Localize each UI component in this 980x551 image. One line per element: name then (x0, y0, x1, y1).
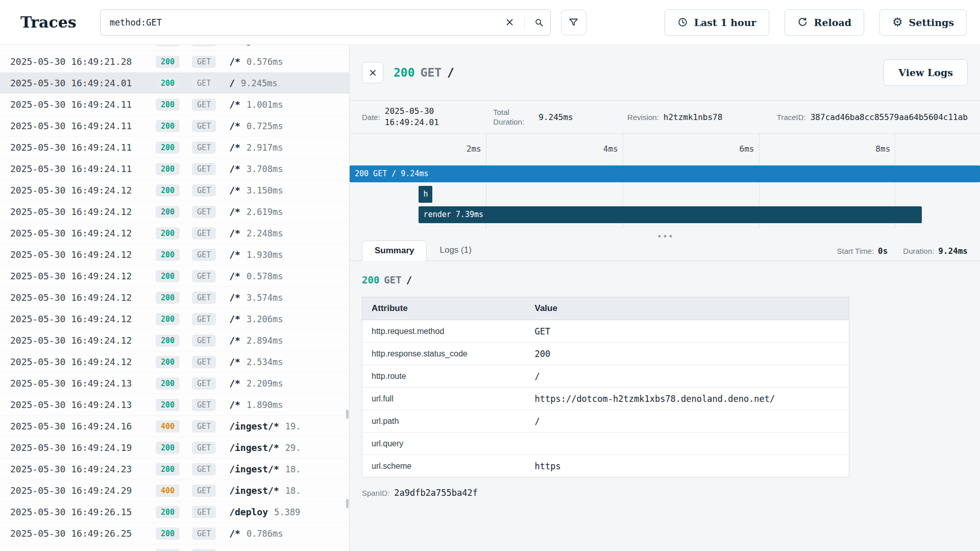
trace-path: /ingest/* (229, 45, 279, 45)
trace-row[interactable]: 2025-05-30 16:49:24.12 200 GET /* 0.578m… (0, 266, 349, 287)
trace-timestamp: 2025-05-30 16:49:26.15 (10, 507, 156, 517)
trace-row[interactable]: 2025-05-30 16:49:24.12 200 GET /* 2.534m… (0, 351, 349, 373)
trace-row[interactable]: 2025-05-30 16:49:24.11 200 GET /* 0.725m… (0, 115, 349, 137)
attribute-name: url.path (362, 410, 526, 433)
timeline-resize-handle[interactable] (658, 235, 672, 237)
status-badge: 400 (156, 420, 180, 433)
reload-label: Reload (814, 17, 851, 28)
trace-duration: 1.930ms (247, 250, 283, 260)
trace-row[interactable]: 2025-05-30 16:49:24.29 400 GET /ingest/*… (0, 480, 349, 501)
timeline-tick-label: 4ms (603, 144, 623, 154)
table-row: url.schemehttps (362, 455, 849, 477)
span-id-line: SpanID: 2a9dfb2a755ba42f (362, 488, 968, 498)
status-badge: 200 (156, 99, 180, 111)
table-row: http.response.status_code200 (362, 343, 849, 365)
trace-row[interactable]: 2025-05-30 16:49:26.15 200 GET /deploy 5… (0, 501, 349, 523)
start-time-label: Start Time: (837, 247, 874, 255)
search-button[interactable] (528, 11, 550, 34)
attribute-name: http.route (362, 365, 526, 388)
timeline-span-label: render 7.39ms (419, 206, 922, 223)
timeline-span-bar[interactable]: 200 GET / 9.24ms (350, 165, 980, 182)
tab-summary[interactable]: Summary (362, 241, 427, 261)
meta-date-value: 2025-05-30 16:49:24.01 (385, 106, 439, 128)
search-input[interactable] (101, 10, 499, 35)
trace-row[interactable]: 2025-05-30 16:49:26.25 200 GET /* 0.786m… (0, 523, 349, 544)
meta-trace-id-value: 387cad46ba8cc85579aa64b5604c11ab (811, 112, 968, 122)
trace-row[interactable]: 2025-05-30 16:49:24.11 200 GET /* 3.708m… (0, 158, 349, 180)
time-range-button[interactable]: Last 1 hour (665, 9, 769, 36)
trace-timestamp: 2025-05-30 16:49:24.11 (10, 163, 156, 174)
trace-row[interactable]: 2025-05-30 16:49:21.21 400 GET /ingest/*… (0, 45, 349, 51)
tab-logs[interactable]: Logs (1) (427, 240, 484, 260)
summary-path: / (406, 274, 412, 285)
pane-resize-handle[interactable] (346, 499, 349, 508)
trace-timestamp: 2025-05-30 16:49:24.11 (10, 99, 156, 110)
trace-timestamp: 2025-05-30 16:49:24.12 (10, 271, 156, 281)
trace-title-path: / (447, 66, 454, 79)
view-logs-button[interactable]: View Logs (884, 59, 968, 86)
meta-revision-label: Revision: (627, 113, 659, 122)
table-row: http.route/ (362, 365, 849, 388)
trace-row[interactable]: 2025-05-30 16:49:24.12 200 GET /* 3.206m… (0, 308, 349, 330)
trace-path: /deploy (229, 507, 268, 517)
detail-tabs: Summary Logs (1) Start Time: 0s Duration… (350, 240, 980, 261)
attribute-name: url.scheme (362, 455, 526, 477)
trace-row[interactable]: 2025-05-30 16:49:24.19 200 GET /ingest/*… (0, 437, 349, 459)
method-badge: GET (192, 485, 216, 497)
timeline-span-bar[interactable]: render 7.39ms (419, 206, 922, 223)
clear-search-button[interactable] (499, 11, 521, 34)
trace-row[interactable]: 2025-05-30 16:49:26.60 200 GET /* 1.2 (0, 544, 349, 551)
close-detail-button[interactable] (362, 62, 383, 83)
trace-row[interactable]: 2025-05-30 16:49:24.23 200 GET /ingest/*… (0, 459, 349, 480)
method-badge: GET (192, 99, 216, 111)
reload-button[interactable]: Reload (785, 9, 864, 36)
trace-row[interactable]: 2025-05-30 16:49:24.13 200 GET /* 2.209m… (0, 373, 349, 394)
attribute-name: http.request.method (362, 320, 526, 343)
trace-detail-panel: 200 GET / View Logs Date: 2025-05-30 16:… (350, 45, 980, 551)
table-row: url.fullhttps://dotcom-h2tzmk1xbs78.deno… (362, 388, 849, 410)
trace-timestamp: 2025-05-30 16:49:24.12 (10, 249, 156, 260)
span-time-info: Start Time: 0s Duration: 9.24ms (837, 246, 968, 260)
trace-row[interactable]: 2025-05-30 16:49:24.11 200 GET /* 2.917m… (0, 137, 349, 158)
trace-row[interactable]: 2025-05-30 16:49:24.12 200 GET /* 3.574m… (0, 287, 349, 308)
trace-row[interactable]: 2025-05-30 16:49:24.12 200 GET /* 3.150m… (0, 180, 349, 201)
method-badge: GET (192, 399, 216, 411)
status-badge: 200 (156, 56, 180, 68)
trace-duration: 55. (285, 45, 301, 45)
settings-button[interactable]: ⚙ Settings (879, 9, 967, 36)
trace-duration: 19. (285, 421, 301, 432)
trace-row[interactable]: 2025-05-30 16:49:24.01 200 GET / 9.245ms (0, 73, 349, 94)
trace-timestamp: 2025-05-30 16:49:24.12 (10, 356, 156, 367)
trace-row[interactable]: 2025-05-30 16:49:24.12 200 GET /* 1.930m… (0, 244, 349, 266)
trace-duration: 2.209ms (247, 378, 283, 389)
meta-revision: Revision: h2tzmk1nbs78 (627, 112, 722, 122)
status-badge: 200 (156, 399, 180, 411)
trace-row[interactable]: 2025-05-30 16:49:24.12 200 GET /* 2.619m… (0, 201, 349, 223)
trace-row[interactable]: 2025-05-30 16:49:24.16 400 GET /ingest/*… (0, 416, 349, 437)
method-badge: GET (192, 184, 216, 197)
trace-row[interactable]: 2025-05-30 16:49:21.28 200 GET /* 0.576m… (0, 51, 349, 73)
span-id-value: 2a9dfb2a755ba42f (394, 488, 478, 498)
trace-duration: 2.248ms (247, 228, 283, 238)
trace-timestamp: 2025-05-30 16:49:24.23 (10, 464, 156, 474)
timeline-tick-label: 6ms (740, 144, 759, 154)
trace-title-method: GET (421, 66, 442, 79)
span-id-label: SpanID: (362, 489, 389, 497)
trace-path: /* (229, 292, 240, 303)
start-time-value: 0s (878, 246, 888, 256)
timeline-span-bar[interactable]: h (419, 186, 432, 203)
method-badge: GET (192, 45, 216, 46)
trace-row[interactable]: 2025-05-30 16:49:24.11 200 GET /* 1.001m… (0, 94, 349, 115)
trace-timestamp: 2025-05-30 16:49:26.25 (10, 528, 156, 539)
trace-row[interactable]: 2025-05-30 16:49:24.13 200 GET /* 1.890m… (0, 394, 349, 416)
trace-path: /* (229, 142, 240, 153)
trace-duration: 0.725ms (247, 121, 283, 131)
trace-duration: 3.574ms (247, 293, 283, 303)
clock-icon (677, 17, 688, 28)
scrollbar-thumb[interactable] (346, 410, 349, 419)
trace-row[interactable]: 2025-05-30 16:49:24.12 200 GET /* 2.894m… (0, 330, 349, 351)
filter-button[interactable] (561, 10, 586, 35)
meta-total-duration: Total Duration: 9.245ms (493, 107, 573, 127)
trace-duration: 2.619ms (247, 207, 283, 217)
trace-row[interactable]: 2025-05-30 16:49:24.12 200 GET /* 2.248m… (0, 223, 349, 244)
